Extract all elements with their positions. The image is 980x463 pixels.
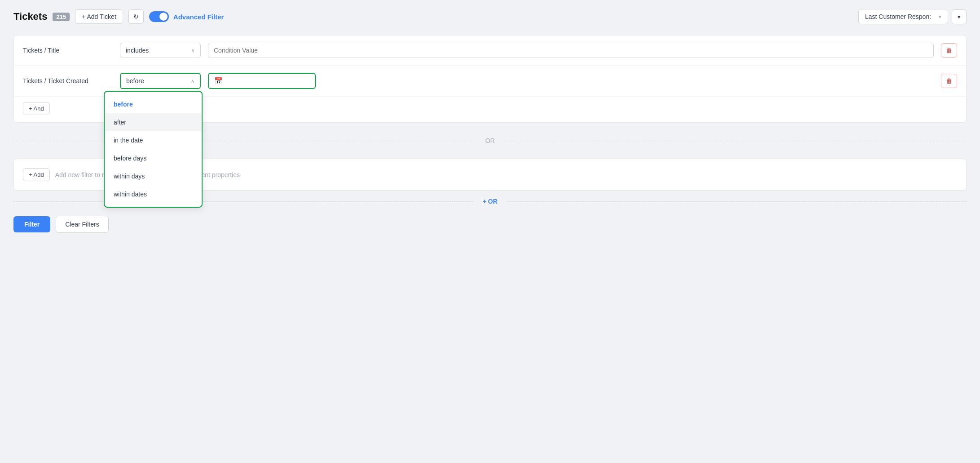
- sort-dropdown[interactable]: Last Customer Respon: ▾: [858, 9, 948, 24]
- operator-title-chevron: ∨: [191, 48, 195, 53]
- filter-field-created: Tickets / Ticket Created: [23, 77, 113, 85]
- or-add-line-right: [507, 201, 967, 202]
- filter-operator-created-select[interactable]: before ∧: [120, 73, 201, 89]
- advanced-filter-label: Advanced Filter: [173, 13, 224, 21]
- operator-created-value: before: [126, 77, 144, 85]
- calendar-icon: 📅: [214, 77, 223, 85]
- clear-filters-button[interactable]: Clear Filters: [56, 216, 108, 233]
- page-title: Tickets: [13, 11, 47, 22]
- or-text: OR: [486, 137, 495, 144]
- operator-dropdown-menu: before after in the date before days wit…: [104, 91, 203, 208]
- toggle-thumb: [159, 13, 168, 21]
- or-add-line-left: [13, 201, 473, 202]
- or-add-button[interactable]: + OR: [473, 198, 506, 205]
- filter-group-1: Tickets / Title includes ∨ 🗑 Tickets / T…: [13, 35, 967, 123]
- advanced-filter-toggle-container: Advanced Filter: [149, 11, 224, 22]
- or-line-right: [504, 141, 967, 141]
- and-button[interactable]: + And: [23, 102, 50, 115]
- header-left: Tickets 215 + Add Ticket ↻ Advanced Filt…: [13, 9, 224, 24]
- dropdown-arrow-icon: ▾: [958, 13, 961, 20]
- filter-field-title: Tickets / Title: [23, 47, 113, 54]
- toggle-track: [149, 11, 169, 22]
- advanced-filter-toggle[interactable]: [149, 11, 169, 22]
- operator-title-box[interactable]: includes ∨: [120, 43, 201, 58]
- add-ticket-button[interactable]: + Add Ticket: [75, 9, 123, 24]
- dropdown-item-before[interactable]: before: [105, 95, 202, 113]
- delete-created-icon: 🗑: [946, 77, 952, 85]
- delete-title-row-button[interactable]: 🗑: [941, 43, 957, 58]
- filter-row-created: Tickets / Ticket Created before ∧ 📅 🗑 be…: [14, 66, 966, 97]
- dropdown-item-after[interactable]: after: [105, 113, 202, 131]
- filter-operator-title-select[interactable]: includes ∨: [120, 43, 201, 58]
- refresh-icon: ↻: [133, 13, 139, 20]
- header-right: Last Customer Respon: ▾ ▾: [858, 9, 967, 24]
- add-filter-button[interactable]: + Add: [23, 168, 50, 181]
- filter-value-title-input[interactable]: [208, 43, 934, 58]
- dropdown-item-within-days[interactable]: within days: [105, 167, 202, 185]
- filter-button[interactable]: Filter: [13, 216, 50, 232]
- sort-label: Last Customer Respon:: [865, 13, 931, 20]
- dropdown-item-before-days[interactable]: before days: [105, 149, 202, 167]
- operator-created-box[interactable]: before ∧: [120, 73, 201, 89]
- footer-buttons: Filter Clear Filters: [13, 216, 967, 233]
- filter-row-title: Tickets / Title includes ∨ 🗑: [14, 36, 966, 66]
- page-header: Tickets 215 + Add Ticket ↻ Advanced Filt…: [13, 9, 967, 24]
- operator-created-chevron: ∧: [191, 78, 194, 84]
- ticket-count-badge: 215: [53, 13, 70, 21]
- sort-more-dropdown-button[interactable]: ▾: [952, 9, 967, 24]
- sort-chevron-icon: ▾: [939, 14, 941, 20]
- date-value-input[interactable]: 📅: [208, 73, 316, 89]
- delete-created-row-button[interactable]: 🗑: [941, 74, 957, 88]
- dropdown-item-within-dates[interactable]: within dates: [105, 185, 202, 203]
- refresh-button[interactable]: ↻: [128, 9, 144, 24]
- delete-title-icon: 🗑: [946, 47, 952, 54]
- or-line-left: [13, 141, 477, 141]
- operator-title-value: includes: [126, 47, 149, 54]
- dropdown-item-in-the-date[interactable]: in the date: [105, 131, 202, 149]
